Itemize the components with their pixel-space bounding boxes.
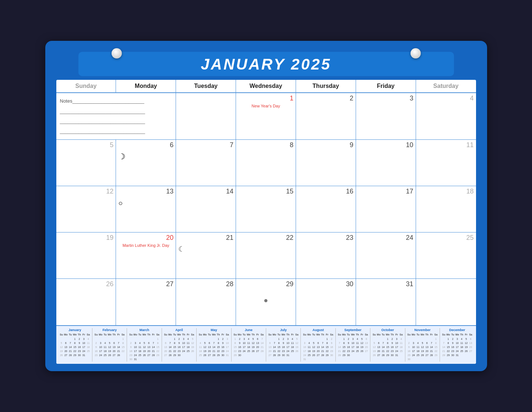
mini-cal-title-january: January	[59, 328, 91, 332]
mini-header: Mo	[202, 333, 207, 337]
mini-header: Th	[355, 333, 360, 337]
mini-day: 15	[73, 345, 77, 349]
mini-day	[133, 337, 138, 341]
mini-day	[425, 357, 429, 361]
mini-day: 19	[142, 349, 147, 353]
mini-day: 12	[251, 341, 255, 345]
mini-day: 7	[151, 341, 155, 345]
mini-day	[316, 337, 320, 341]
day-cell-11: 11	[416, 140, 476, 186]
mini-day: 22	[172, 349, 177, 353]
mini-cal-september: SeptemberSuMoTuWeThFrSa12345678910111213…	[336, 328, 370, 361]
mini-header: Fr	[116, 333, 121, 337]
day-cell-14: 14	[176, 186, 236, 232]
mini-header: We	[212, 333, 216, 337]
mini-day: 16	[94, 349, 98, 353]
mini-day: 30	[281, 353, 286, 357]
mini-cal-grid-october: SuMoTuWeThFrSa12345678910111213141516171…	[372, 333, 403, 357]
mini-header: Su	[94, 333, 98, 337]
mini-header: Fr	[221, 333, 225, 337]
mini-day: 8	[233, 341, 237, 345]
mini-header: Fr	[186, 333, 190, 337]
mini-calendars-row: JanuarySuMoTuWeThFrSa1234567891011121314…	[56, 325, 476, 363]
day-num-11: 11	[418, 141, 474, 149]
day-num-24: 24	[358, 234, 413, 242]
mini-day	[311, 357, 316, 361]
mini-day	[337, 337, 342, 341]
mini-day: 12	[190, 341, 195, 345]
mini-day: 11	[355, 341, 360, 345]
mini-header: Fr	[325, 333, 329, 337]
mini-day: 21	[68, 349, 73, 353]
mini-day: 16	[128, 349, 133, 353]
mini-day	[151, 337, 155, 341]
mini-day: 6	[364, 337, 369, 341]
moon-13: ○	[118, 199, 173, 207]
mini-day	[163, 337, 168, 341]
day-cell-25: 25	[416, 232, 476, 279]
mini-day	[207, 337, 212, 341]
mini-day: 25	[103, 353, 107, 357]
mini-cal-december: DecemberSuMoTuWeThFrSa123456789101112131…	[440, 328, 474, 361]
mini-day	[182, 353, 186, 357]
mini-day: 7	[116, 341, 121, 345]
mini-day: 12	[108, 345, 112, 349]
mini-header: We	[350, 333, 355, 337]
mini-day: 19	[464, 345, 468, 349]
mini-day: 1	[233, 337, 237, 341]
mini-day: 30	[407, 357, 411, 361]
mini-cal-title-december: December	[441, 328, 473, 332]
mini-day: 10	[455, 341, 459, 345]
mini-day: 1	[446, 337, 450, 341]
mini-day: 30	[330, 353, 334, 357]
day-num-12: 12	[59, 188, 114, 195]
mini-header: Sa	[121, 333, 125, 337]
mini-day: 24	[82, 349, 86, 353]
day-cell-6: 6 ☽	[116, 140, 176, 186]
mini-day: 13	[268, 345, 272, 349]
day-cell-empty-end	[416, 279, 476, 325]
mini-day: 21	[272, 349, 276, 353]
mini-header: Mo	[446, 333, 450, 337]
mini-header: Su	[233, 333, 237, 337]
mini-header: Su	[59, 333, 64, 337]
mini-day: 9	[94, 345, 98, 349]
mini-header: We	[455, 333, 459, 337]
mini-day: 17	[82, 345, 86, 349]
mini-day: 5	[108, 341, 112, 345]
mini-day: 21	[441, 349, 446, 353]
mini-cal-grid-march: SuMoTuWeThFrSa12345678910111213141516171…	[128, 333, 160, 361]
mini-day: 12	[311, 345, 316, 349]
mini-day	[142, 337, 147, 341]
calendar-inner: Sunday Monday Tuesday Wednesday Thursday…	[56, 80, 476, 363]
mini-day: 11	[290, 341, 295, 345]
mini-header: Su	[198, 333, 202, 337]
mini-cal-title-september: September	[337, 328, 369, 332]
day-cell-22: 22	[236, 232, 296, 279]
mini-day: 11	[246, 341, 251, 345]
mini-day: 20	[256, 345, 260, 349]
mini-day	[330, 357, 334, 361]
mini-day	[251, 353, 255, 357]
mini-day: 18	[355, 345, 360, 349]
mini-day: 21	[168, 349, 172, 353]
mini-day: 16	[77, 345, 81, 349]
mini-day: 19	[202, 349, 207, 353]
mini-day: 29	[216, 353, 221, 357]
mini-day: 2	[346, 337, 350, 341]
mini-day: 14	[429, 345, 434, 349]
mini-day: 29	[434, 353, 438, 357]
mini-day: 30	[221, 353, 225, 357]
mini-day: 17	[350, 345, 355, 349]
mini-day: 30	[346, 353, 350, 357]
mini-day: 20	[268, 349, 272, 353]
mini-day: 3	[182, 337, 186, 341]
mini-day	[434, 357, 438, 361]
mini-header: Fr	[151, 333, 155, 337]
mini-day: 14	[381, 345, 385, 349]
mini-day: 20	[364, 345, 369, 349]
mini-day: 23	[281, 349, 286, 353]
mini-day: 10	[98, 345, 103, 349]
mini-header: Sa	[468, 333, 473, 337]
mini-cal-grid-january: SuMoTuWeThFrSa12345678910111213141516171…	[59, 333, 91, 357]
